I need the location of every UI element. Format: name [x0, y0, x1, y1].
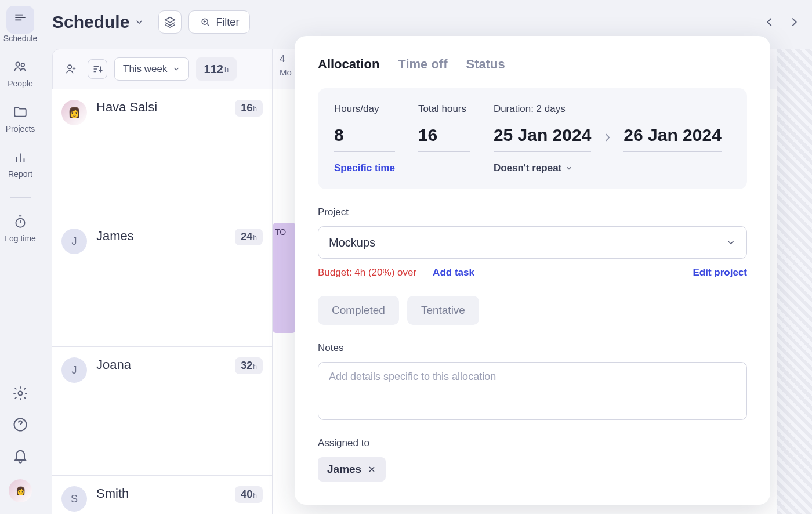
svg-point-2 [16, 219, 24, 227]
svg-point-6 [68, 65, 71, 68]
budget-warning: Budget: 4h (20%) over [318, 267, 416, 278]
specific-time-link[interactable]: Specific time [334, 162, 395, 174]
arrow-right-icon [601, 132, 613, 146]
sidebar-item-schedule[interactable]: Schedule [3, 6, 38, 43]
page-title: Schedule [52, 12, 129, 32]
filter-label: Filter [216, 16, 239, 28]
hours-unit: h [224, 65, 229, 74]
schedule-toolbar: This week 112 h [52, 49, 273, 89]
tentative-pill[interactable]: Tentative [407, 296, 479, 325]
person-name: James [96, 229, 226, 244]
next-arrow-icon[interactable] [788, 16, 800, 28]
gear-icon[interactable] [12, 385, 28, 401]
layers-icon [164, 16, 176, 28]
person-row[interactable]: J James 24h [52, 218, 272, 347]
project-select[interactable]: Mockups [318, 226, 747, 259]
avatar: J [61, 229, 87, 254]
prev-arrow-icon[interactable] [763, 16, 776, 28]
close-icon[interactable] [367, 465, 376, 474]
completed-pill[interactable]: Completed [318, 296, 399, 325]
sidebar-item-projects[interactable]: Projects [3, 104, 38, 133]
assignee-chip[interactable]: James [318, 457, 386, 482]
person-name: Joana [96, 357, 226, 372]
user-avatar[interactable]: 👩 [9, 479, 32, 502]
timeline-striped-area [777, 49, 812, 514]
sort-icon [91, 63, 104, 75]
bell-icon[interactable] [12, 448, 28, 464]
stopwatch-icon [13, 214, 28, 229]
assigned-label: Assigned to [318, 437, 747, 449]
svg-point-1 [21, 63, 24, 66]
repeat-select[interactable]: Doesn't repeat [494, 162, 731, 174]
hours-day-label: Hours/day [334, 103, 395, 115]
person-hours-badge: 32h [235, 357, 263, 374]
notes-label: Notes [318, 342, 747, 354]
duration-label: Duration: 2 days [494, 103, 731, 115]
sidebar-item-label: Projects [6, 124, 35, 133]
topbar: Schedule Filter [52, 6, 800, 38]
people-list: 👩 Hava Salsi 16h J James 24h J Joana 32h… [52, 89, 273, 514]
sidebar-item-label: People [8, 79, 33, 88]
person-name: Hava Salsi [96, 100, 226, 115]
sort-button[interactable] [88, 59, 107, 79]
filter-button[interactable]: Filter [188, 10, 250, 34]
people-icon [13, 59, 28, 74]
tab-timeoff[interactable]: Time off [398, 57, 447, 72]
sidebar-item-label: Report [8, 169, 32, 179]
chevron-down-icon [565, 164, 573, 172]
person-row[interactable]: 👩 Hava Salsi 16h [52, 89, 272, 218]
sidebar-item-people[interactable]: People [3, 59, 38, 88]
edit-project-link[interactable]: Edit project [693, 267, 747, 278]
avatar: J [61, 357, 87, 383]
allocation-summary: Hours/day 8 Specific time Total hours 16… [318, 88, 747, 189]
start-date[interactable]: 25 Jan 2024 [494, 125, 591, 152]
filter-icon [200, 16, 211, 28]
total-hours-value[interactable]: 16 [418, 125, 470, 152]
svg-point-3 [19, 392, 23, 396]
total-hours-value: 112 [204, 63, 223, 76]
add-person-button[interactable] [61, 59, 81, 79]
sidebar-item-report[interactable]: Report [3, 150, 38, 179]
project-label: Project [318, 207, 747, 218]
person-name: Smith [96, 486, 226, 501]
sidebar-item-logtime[interactable]: Log time [3, 214, 38, 243]
sidebar-divider [10, 197, 31, 198]
allocation-modal: Allocation Time off Status Hours/day 8 S… [295, 36, 770, 505]
total-hours-label: Total hours [418, 103, 470, 115]
sidebar-item-label: Schedule [3, 34, 37, 43]
week-select[interactable]: This week [114, 57, 189, 81]
folder-icon [13, 104, 28, 120]
person-hours-badge: 16h [235, 100, 263, 117]
chart-icon [13, 150, 28, 165]
person-add-icon [64, 63, 77, 75]
schedule-icon [6, 6, 34, 34]
person-hours-badge: 40h [235, 486, 263, 503]
person-row[interactable]: S Smith 40h [52, 476, 272, 514]
svg-point-0 [16, 62, 20, 66]
task-block[interactable]: TO [273, 223, 296, 333]
title-dropdown-icon[interactable] [134, 17, 144, 27]
chevron-down-icon [726, 237, 736, 248]
avatar: 👩 [61, 100, 87, 125]
sidebar-item-label: Log time [5, 234, 36, 243]
week-label: This week [123, 63, 168, 75]
tab-status[interactable]: Status [466, 57, 505, 72]
end-date[interactable]: 26 Jan 2024 [624, 125, 721, 152]
repeat-label: Doesn't repeat [494, 162, 561, 174]
hours-day-value[interactable]: 8 [334, 125, 395, 152]
add-task-link[interactable]: Add task [433, 267, 474, 278]
tab-allocation[interactable]: Allocation [318, 57, 379, 72]
task-label: TO [275, 227, 286, 237]
total-hours-badge: 112 h [196, 57, 237, 81]
assignee-name: James [327, 463, 361, 476]
sidebar: Schedule People Projects Report Log time… [0, 0, 41, 514]
layers-button[interactable] [158, 10, 182, 34]
person-hours-badge: 24h [235, 229, 263, 245]
person-row[interactable]: J Joana 32h [52, 347, 272, 476]
chevron-down-icon [172, 65, 180, 73]
project-value: Mockups [329, 236, 375, 249]
modal-tabs: Allocation Time off Status [318, 57, 747, 72]
notes-textarea[interactable] [318, 362, 747, 420]
help-icon[interactable] [12, 417, 28, 433]
avatar: S [61, 486, 87, 512]
